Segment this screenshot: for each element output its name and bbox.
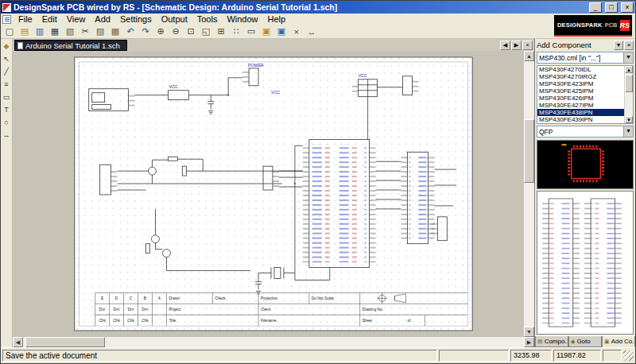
panel-menu-icon[interactable]: ▾ — [614, 41, 623, 50]
canvas-column: Arduino Serial Tutorial 1.sch ◀ ▶ × — [13, 39, 534, 347]
horizontal-scroll-thumb[interactable] — [25, 337, 105, 347]
scroll-right-icon[interactable]: ▶ — [524, 337, 534, 347]
list-scrollbar[interactable]: ▲ ▼ — [624, 66, 633, 123]
select-icon[interactable]: ↖ — [2, 54, 12, 64]
library-icon[interactable]: ▣ — [259, 25, 273, 38]
menu-item[interactable]: Output — [157, 14, 192, 25]
redo-icon[interactable]: ↷ — [138, 25, 153, 38]
svg-text:Check: Check — [215, 296, 226, 300]
menu-item[interactable]: Settings — [115, 14, 157, 25]
zoom-full-icon[interactable]: ◱ — [199, 25, 213, 38]
bus-icon[interactable]: ≡ — [2, 79, 12, 89]
cut-icon[interactable]: ✂ — [78, 25, 92, 38]
document-icon — [17, 42, 23, 49]
panel-tab[interactable]: ▤ Compo... — [535, 336, 568, 347]
maximize-button[interactable]: □ — [605, 2, 618, 13]
vertical-scrollbar[interactable]: ▲ ▼ — [524, 51, 534, 337]
document-tab[interactable]: Arduino Serial Tutorial 1.sch — [14, 40, 127, 51]
main-toolbar: ▢▤▥▦▧✂▨▩↶↷⊕⊖⊡◱⊞∷▭▣▣×↔ — [1, 25, 635, 39]
component-list-item[interactable]: MSP430FE423IPM — [537, 80, 624, 87]
list-scroll-up-icon[interactable]: ▲ — [625, 66, 633, 73]
junction-icon[interactable]: ○ — [2, 118, 12, 127]
list-scroll-down-icon[interactable]: ▼ — [625, 116, 633, 123]
measure-icon[interactable]: ↔ — [304, 25, 319, 38]
menu-item[interactable]: Help — [263, 14, 291, 25]
add-text-icon[interactable]: T — [2, 105, 12, 114]
tab-close-button[interactable]: × — [522, 41, 533, 50]
svg-text:Chk: Chk — [99, 319, 106, 323]
resize-grip[interactable] — [623, 350, 634, 361]
component-icon[interactable]: ▣ — [274, 25, 289, 38]
svg-text:Sheet: Sheet — [363, 319, 373, 323]
menu-item[interactable]: File — [14, 14, 37, 25]
tab-prev-button[interactable]: ◀ — [500, 41, 510, 50]
component-list-item[interactable]: MSP430FE426IPM — [537, 95, 624, 102]
schematic-canvas[interactable]: POWER VCC VCC VCC — [13, 51, 524, 337]
pointer-icon[interactable]: ◆ — [2, 41, 12, 51]
menu-item[interactable]: Window — [222, 14, 262, 25]
panel-tab-label: Add Co... — [611, 338, 635, 345]
component-list-item[interactable]: MSP430FE427IPM — [537, 102, 624, 109]
panel-tab[interactable]: ▣ Add Co... — [602, 336, 635, 347]
undo-icon[interactable]: ↶ — [123, 25, 138, 38]
preview-icon[interactable]: ▧ — [63, 25, 77, 38]
svg-text:of: of — [407, 319, 411, 323]
wire-icon[interactable]: ╱ — [2, 67, 12, 76]
tab-next-button[interactable]: ▶ — [511, 41, 522, 50]
scroll-left-icon[interactable]: ◀ — [13, 337, 23, 347]
delete-icon[interactable]: × — [289, 25, 304, 38]
panel-tab[interactable]: ◆ Goto — [568, 336, 602, 347]
paste-icon[interactable]: ▩ — [108, 25, 122, 38]
open-icon[interactable]: ▤ — [17, 25, 32, 38]
horizontal-scrollbar[interactable]: ◀ ▶ — [13, 337, 534, 347]
copy-icon[interactable]: ▨ — [93, 25, 107, 38]
save-icon[interactable]: ▥ — [33, 25, 47, 38]
package-combobox[interactable]: QFP ▼ — [537, 126, 634, 137]
net-label-vcc: VCC — [359, 73, 367, 78]
menu-item[interactable]: Edit — [37, 14, 62, 25]
panel-tab-label: Compo... — [545, 338, 568, 345]
grid-icon[interactable]: ∷ — [229, 25, 243, 38]
panel-close-icon[interactable]: × — [624, 41, 634, 50]
zoom-in-icon[interactable]: ⊕ — [153, 25, 168, 38]
menu-item[interactable]: Tools — [192, 14, 223, 25]
zoom-window-icon[interactable]: ⊡ — [184, 25, 198, 38]
scroll-up-icon[interactable]: ▲ — [524, 51, 534, 61]
chevron-down-icon[interactable]: ▼ — [623, 52, 633, 63]
close-button[interactable]: × — [621, 2, 634, 13]
document-tab-label: Arduino Serial Tutorial 1.sch — [25, 41, 120, 50]
status-message: Save the active document — [2, 350, 437, 362]
library-combobox[interactable]: MSP430.cml [in "..."] ▼ — [537, 52, 634, 64]
net-label-vcc: VCC — [271, 90, 280, 95]
component-list-item[interactable]: MSP430FE425IPM — [537, 87, 624, 95]
list-scroll-thumb[interactable] — [625, 75, 633, 92]
component-list-wrap: MSP430F4270IDLMSP430F4270IRGZMSP430FE423… — [537, 65, 634, 124]
add-component-icon[interactable]: ▭ — [2, 92, 12, 102]
component-list-item[interactable]: MSP430FE438IPN — [537, 109, 624, 116]
brand-sub: PCB — [605, 21, 618, 29]
document-tab-bar: Arduino Serial Tutorial 1.sch ◀ ▶ × — [13, 39, 534, 51]
component-list-item[interactable]: MSP430F4270IDL — [537, 66, 624, 73]
pan-icon[interactable]: ⊞ — [214, 25, 228, 38]
scroll-down-icon[interactable]: ▼ — [524, 327, 534, 337]
svg-text:Chk: Chk — [127, 319, 134, 323]
status-cell: 11987.82 — [553, 350, 601, 362]
vertical-scroll-thumb[interactable] — [524, 119, 534, 183]
status-cell — [439, 350, 509, 362]
menu-item[interactable]: Add — [90, 14, 115, 25]
chevron-down-icon[interactable]: ▼ — [623, 126, 633, 137]
symbol-preview — [537, 191, 634, 335]
svg-text:Projection: Projection — [261, 296, 278, 300]
menu-item[interactable]: View — [62, 14, 91, 25]
zoom-out-icon[interactable]: ⊖ — [169, 25, 183, 38]
component-list-item[interactable]: MSP430FE439IPN — [537, 116, 624, 123]
frame-icon[interactable]: ▭ — [244, 25, 258, 38]
new-icon[interactable]: ▢ — [2, 25, 17, 38]
document-system-icon[interactable] — [2, 15, 11, 24]
minimize-button[interactable]: _ — [589, 2, 602, 13]
panel-header: Add Component ▾ × — [535, 39, 635, 51]
panel-tab-icon: ◆ — [571, 339, 575, 345]
print-icon[interactable]: ▦ — [48, 25, 62, 38]
component-list-item[interactable]: MSP430F4270IRGZ — [537, 73, 624, 80]
measure-tool-icon[interactable]: ↔ — [2, 130, 12, 140]
